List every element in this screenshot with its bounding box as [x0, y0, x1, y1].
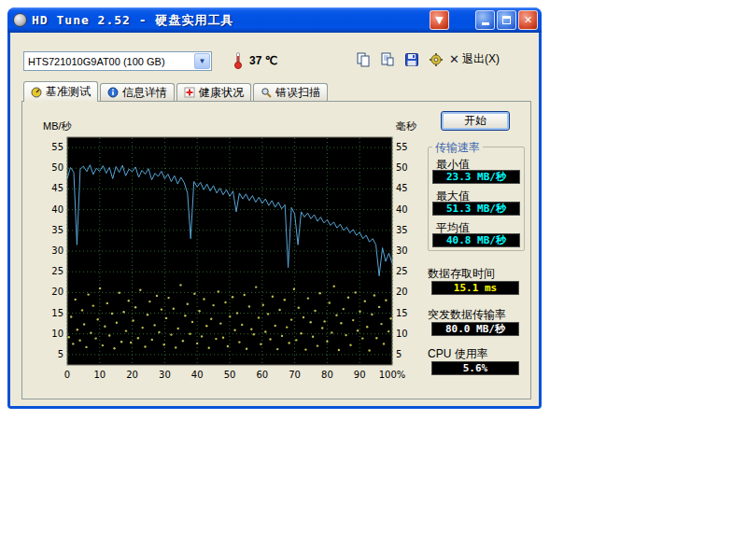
copy-screenshot-icon[interactable] [354, 50, 373, 68]
svg-text:15: 15 [396, 308, 408, 318]
burst-rate-value: 80.0 MB/秒 [431, 322, 519, 336]
svg-text:20: 20 [51, 287, 63, 297]
drive-select[interactable]: HTS721010G9AT00 (100 GB) ▼ [23, 51, 212, 71]
magnifier-icon [261, 87, 272, 98]
svg-text:70: 70 [289, 370, 301, 380]
drive-select-value: HTS721010G9AT00 (100 GB) [24, 56, 194, 67]
svg-text:40: 40 [191, 370, 204, 380]
avg-value: 40.8 MB/秒 [432, 233, 520, 247]
svg-text:35: 35 [396, 225, 408, 235]
benchmark-gauge-icon [31, 87, 42, 98]
svg-text:15: 15 [51, 308, 63, 318]
svg-text:30: 30 [159, 370, 171, 380]
tab-benchmark-label: 基准测试 [46, 84, 91, 100]
app-icon [13, 13, 27, 27]
benchmark-chart: MB/秒毫秒5510101515202025253030353540404545… [30, 111, 426, 395]
window-controls: ▼ ✕ [430, 10, 538, 30]
svg-text:MB/秒: MB/秒 [43, 120, 73, 132]
min-value: 23.3 MB/秒 [432, 170, 520, 184]
tab-error-scan-label: 错误扫描 [275, 85, 320, 101]
burst-rate-label: 突发数据传输率 [428, 307, 506, 323]
svg-text:100%: 100% [379, 370, 406, 380]
chevron-down-icon[interactable]: ▼ [194, 53, 210, 69]
exit-button[interactable]: ✕ 退出(X) [449, 51, 500, 67]
svg-text:90: 90 [354, 370, 366, 380]
svg-text:5: 5 [58, 349, 63, 359]
svg-text:50: 50 [51, 162, 63, 173]
svg-text:10: 10 [396, 329, 408, 339]
maximize-icon [502, 16, 511, 24]
window-title: HD Tune 2.52 - 硬盘实用工具 [32, 12, 425, 29]
svg-text:30: 30 [396, 245, 408, 256]
svg-text:10: 10 [93, 370, 106, 380]
minimize-icon [482, 22, 489, 25]
access-time-value: 15.1 ms [431, 281, 519, 295]
options-gear-icon[interactable] [427, 50, 445, 68]
cpu-usage-value: 5.6% [431, 361, 519, 375]
svg-text:0: 0 [64, 370, 70, 380]
tab-health[interactable]: 健康状况 [176, 83, 251, 101]
svg-text:50: 50 [224, 370, 236, 380]
info-icon [107, 87, 119, 98]
x-mark-icon: ✕ [449, 52, 459, 66]
svg-text:25: 25 [396, 266, 408, 276]
save-icon[interactable] [402, 50, 421, 68]
access-time-label: 数据存取时间 [428, 266, 495, 282]
desktop: HD Tune 2.52 - 硬盘实用工具 ▼ ✕ HTS721010G9AT0… [0, 0, 747, 560]
svg-text:45: 45 [51, 183, 63, 193]
svg-text:40: 40 [396, 204, 408, 215]
benchmark-tab-page: MB/秒毫秒5510101515202025253030353540404545… [21, 101, 531, 399]
svg-text:55: 55 [396, 142, 408, 152]
close-button[interactable]: ✕ [518, 10, 538, 30]
max-value: 51.3 MB/秒 [432, 202, 520, 216]
tab-error-scan[interactable]: 错误扫描 [253, 83, 328, 101]
svg-text:10: 10 [51, 329, 63, 339]
maximize-button[interactable] [497, 10, 516, 30]
tab-info[interactable]: 信息详情 [100, 83, 175, 101]
svg-text:35: 35 [51, 225, 63, 235]
tab-benchmark[interactable]: 基准测试 [23, 81, 98, 102]
thermometer-icon [234, 52, 243, 69]
tab-health-label: 健康状况 [199, 85, 244, 101]
svg-text:25: 25 [51, 266, 63, 276]
svg-text:45: 45 [396, 183, 408, 193]
svg-text:20: 20 [396, 287, 408, 297]
transfer-rate-group: 传输速率 最小值 23.3 MB/秒 最大值 51.3 MB/秒 平均值 40.… [428, 147, 525, 251]
hd-tune-window: HD Tune 2.52 - 硬盘实用工具 ▼ ✕ HTS721010G9AT0… [7, 7, 542, 409]
svg-text:80: 80 [321, 370, 333, 380]
svg-text:毫秒: 毫秒 [396, 120, 417, 132]
svg-text:5: 5 [396, 349, 402, 359]
svg-text:60: 60 [256, 370, 268, 380]
svg-text:20: 20 [126, 370, 138, 380]
svg-text:55: 55 [51, 142, 63, 152]
svg-text:40: 40 [51, 204, 63, 215]
start-button[interactable]: 开始 [441, 111, 510, 131]
toolbar-icons [354, 50, 445, 68]
exit-label: 退出(X) [462, 51, 500, 67]
health-cross-icon [184, 87, 195, 98]
tab-info-label: 信息详情 [122, 85, 167, 101]
copy-text-icon[interactable] [378, 50, 397, 68]
cpu-usage-label: CPU 使用率 [428, 346, 488, 362]
client-area: HTS721010G9AT00 (100 GB) ▼ 37 ℃ [10, 33, 539, 406]
svg-text:30: 30 [51, 245, 63, 256]
tab-strip: 基准测试 信息详情 健康状况 [23, 83, 328, 102]
title-bar[interactable]: HD Tune 2.52 - 硬盘实用工具 ▼ ✕ [7, 7, 542, 33]
svg-text:50: 50 [396, 162, 408, 173]
drive-temperature: 37 ℃ [249, 54, 277, 67]
transfer-rate-group-title: 传输速率 [432, 140, 483, 156]
minimize-button[interactable] [475, 10, 495, 30]
download-arrow-icon[interactable]: ▼ [430, 10, 449, 30]
